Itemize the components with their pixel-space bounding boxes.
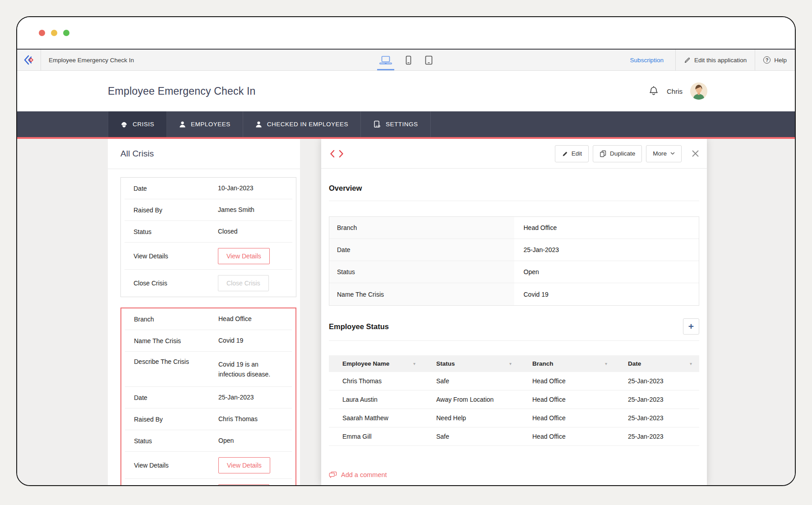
field-row: Date 25-Jan-2023 [125,387,292,409]
overview-row: Name The Crisis Covid 19 [329,283,699,305]
field-label: View Details [134,252,218,260]
app-logo[interactable] [17,50,41,70]
tab-crisis[interactable]: CRISIS [108,111,167,137]
table-row[interactable]: Saarah Matthew Need Help Head Office 25-… [329,409,699,427]
notification-bell-icon[interactable] [648,86,659,96]
table-header-row: Employee Name ▾ Status ▾ Branch ▾ Date [329,355,699,372]
help-button[interactable]: ? Help [755,50,795,70]
main-nav: CRISIS EMPLOYEES CHECKED IN EMPLOYEES [17,111,795,139]
field-label: Name The Crisis [134,337,218,344]
close-crisis-button-disabled: Close Crisis [218,275,269,291]
field-value: Chris Thomas [218,413,262,426]
column-label: Status [436,360,507,367]
overview-label: Branch [329,217,514,239]
table-row[interactable]: Chris Thomas Safe Head Office 25-Jan-202… [329,372,699,390]
cell-date: 25-Jan-2023 [614,433,699,440]
caret-down-icon[interactable]: ▾ [509,361,512,366]
phone-view-button[interactable] [402,50,415,70]
cell-employee-name: Chris Thomas [329,377,423,385]
employee-status-table: Employee Name ▾ Status ▾ Branch ▾ Date [329,355,699,446]
cell-date: 25-Jan-2023 [614,396,699,403]
cell-date: 25-Jan-2023 [614,414,699,422]
field-value: Open [218,434,238,448]
add-employee-status-button[interactable]: + [683,318,699,335]
more-actions-button[interactable]: More [646,145,682,162]
edit-record-button[interactable]: Edit [555,145,589,162]
tab-label: EMPLOYEES [191,121,231,128]
titlebar [17,17,795,49]
table-row[interactable]: Emma Gill Safe Head Office 25-Jan-2023 [329,427,699,446]
close-crisis-button[interactable]: Close Crisis [218,484,269,485]
tab-label: SETTINGS [386,121,418,128]
field-row: Status Closed [125,221,292,243]
overview-label: Status [329,261,514,283]
cell-status: Safe [423,377,519,385]
field-row: Close Crisis Close Crisis [125,479,292,485]
caret-down-icon[interactable]: ▾ [690,361,692,366]
view-details-button[interactable]: View Details [218,457,270,473]
pencil-icon [684,57,691,64]
field-row: View Details View Details [125,243,292,270]
next-record-button[interactable] [338,149,345,158]
view-details-button[interactable]: View Details [218,248,270,264]
field-label: Raised By [134,207,218,214]
detail-header: Edit Duplicate More [321,139,707,169]
tablet-view-button[interactable] [423,50,435,70]
tab-checked-in-employees[interactable]: CHECKED IN EMPLOYEES [243,111,361,137]
column-header-branch[interactable]: Branch ▾ [519,360,614,367]
zoom-window-button[interactable] [63,30,69,36]
officer-cap-icon [120,121,128,128]
device-preview-switcher [377,50,435,70]
field-label: Date [134,394,218,401]
app-window: Employee Emergency Check In [16,16,796,486]
overview-row: Date 25-Jan-2023 [329,239,699,261]
caret-down-icon[interactable]: ▾ [605,361,607,366]
edit-label: Edit [572,150,582,157]
laptop-icon [379,55,392,65]
tab-label: CHECKED IN EMPLOYEES [267,121,348,128]
help-label: Help [774,57,787,64]
minimize-window-button[interactable] [51,30,57,36]
add-comment-link[interactable]: Add a comment [329,471,387,478]
edit-application-button[interactable]: Edit this application [676,50,755,70]
field-label: Describe The Crisis [134,358,218,365]
field-row: Status Open [125,430,292,452]
field-label: Status [134,437,218,445]
chevron-down-icon [670,152,675,155]
crisis-card-selected[interactable]: Branch Head Office Name The Crisis Covid… [120,308,296,485]
field-label: Close Crisis [134,280,218,287]
cell-branch: Head Office [519,433,614,440]
tab-employees[interactable]: EMPLOYEES [167,111,243,137]
subscription-link[interactable]: Subscription [618,50,675,70]
table-row[interactable]: Laura Austin Away From Location Head Off… [329,390,699,409]
header-right: Chris [648,83,707,100]
detail-body: Overview Branch Head Office Date 25-Jan-… [321,169,707,480]
overview-table: Branch Head Office Date 25-Jan-2023 Stat… [329,216,699,306]
tablet-icon [424,55,433,65]
crisis-card[interactable]: Date 10-Jan-2023 Raised By James Smith S… [120,177,296,297]
caret-down-icon[interactable]: ▾ [413,361,415,366]
cell-branch: Head Office [519,377,614,385]
close-window-button[interactable] [39,30,45,36]
field-row: View Details View Details [125,452,292,479]
user-name: Chris [667,87,683,95]
overview-value: 25-Jan-2023 [514,239,699,261]
cell-employee-name: Saarah Matthew [329,414,423,422]
field-label: Branch [134,316,218,323]
column-header-employee-name[interactable]: Employee Name ▾ [329,360,423,367]
column-header-status[interactable]: Status ▾ [423,360,519,367]
previous-record-button[interactable] [329,149,336,158]
pencil-icon [562,151,568,157]
app-header: Employee Emergency Check In Chris [17,71,795,111]
edit-application-label: Edit this application [694,57,747,64]
duplicate-record-button[interactable]: Duplicate [593,145,642,162]
column-header-date[interactable]: Date ▾ [614,360,699,367]
laptop-view-button[interactable] [377,50,394,70]
field-value: 10-Jan-2023 [218,182,258,195]
cell-employee-name: Emma Gill [329,433,423,440]
avatar[interactable] [690,83,707,100]
overview-label: Name The Crisis [329,283,514,305]
tab-settings[interactable]: SETTINGS [361,111,431,137]
copy-icon [600,150,606,157]
close-detail-button[interactable] [692,150,699,157]
